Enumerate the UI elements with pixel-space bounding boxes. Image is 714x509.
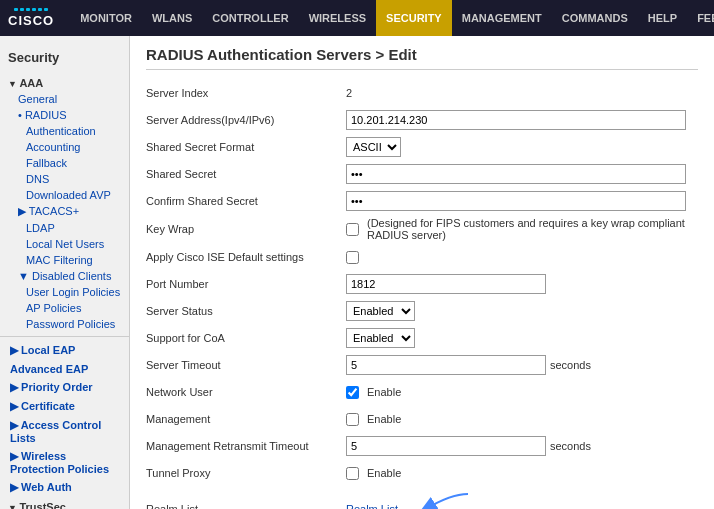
field-management: Management Enable <box>146 408 698 430</box>
label-mgmt-retransmit: Management Retransmit Timeout <box>146 440 346 452</box>
label-shared-secret: Shared Secret <box>146 168 346 180</box>
label-port-number: Port Number <box>146 278 346 290</box>
label-network-user: Network User <box>146 386 346 398</box>
select-support-coa[interactable]: Enabled Disabled <box>346 328 415 348</box>
nav-feedback[interactable]: FEEDBACK <box>687 0 714 36</box>
blue-arrow-annotation <box>408 489 488 509</box>
field-server-status: Server Status Enabled Disabled <box>146 300 698 322</box>
sidebar-item-general[interactable]: General <box>0 91 129 107</box>
input-server-address[interactable] <box>346 110 686 130</box>
sidebar-item-ldap[interactable]: LDAP <box>0 220 129 236</box>
nav-wlans[interactable]: WLANs <box>142 0 202 36</box>
checkbox-key-wrap[interactable] <box>346 223 359 236</box>
field-shared-secret: Shared Secret <box>146 163 698 185</box>
input-confirm-shared-secret[interactable] <box>346 191 686 211</box>
nav-items: MONITOR WLANs CONTROLLER WIRELESS SECURI… <box>70 0 714 36</box>
sidebar-item-advanced-eap[interactable]: Advanced EAP <box>0 360 129 378</box>
value-server-index: 2 <box>346 87 352 99</box>
label-cisco-ise: Apply Cisco ISE Default settings <box>146 251 346 263</box>
sidebar-item-downloaded-avp[interactable]: Downloaded AVP <box>0 187 129 203</box>
label-server-address: Server Address(Ipv4/IPv6) <box>146 114 346 126</box>
field-realm-list: Realm List Realm List <box>146 489 698 509</box>
label-server-index: Server Index <box>146 87 346 99</box>
label-server-timeout: Server Timeout <box>146 359 346 371</box>
select-shared-secret-format[interactable]: ASCII HEX <box>346 137 401 157</box>
label-shared-secret-format: Shared Secret Format <box>146 141 346 153</box>
cisco-wordmark: CISCO <box>8 13 54 28</box>
note-tunnel-proxy: Enable <box>367 467 401 479</box>
cisco-dot-2 <box>20 8 24 11</box>
input-mgmt-retransmit[interactable] <box>346 436 546 456</box>
note-mgmt-retransmit: seconds <box>550 440 591 452</box>
nav-management[interactable]: MANAGEMENT <box>452 0 552 36</box>
main-content: RADIUS Authentication Servers > Edit Ser… <box>130 36 714 509</box>
sidebar-item-user-login[interactable]: User Login Policies <box>0 284 129 300</box>
checkbox-cisco-ise[interactable] <box>346 251 359 264</box>
sidebar-section-aaa[interactable]: AAA <box>0 73 129 91</box>
nav-monitor[interactable]: MONITOR <box>70 0 142 36</box>
nav-help[interactable]: HELP <box>638 0 687 36</box>
sidebar-item-radius[interactable]: • RADIUS <box>0 107 129 123</box>
label-key-wrap: Key Wrap <box>146 223 346 235</box>
nav-controller[interactable]: CONTROLLER <box>202 0 298 36</box>
note-management: Enable <box>367 413 401 425</box>
checkbox-management[interactable] <box>346 413 359 426</box>
layout: Security AAA General • RADIUS Authentica… <box>0 36 714 509</box>
sidebar-title: Security <box>0 44 129 73</box>
field-network-user: Network User Enable <box>146 381 698 403</box>
label-server-status: Server Status <box>146 305 346 317</box>
nav-security[interactable]: SECURITY <box>376 0 452 36</box>
link-realm-list[interactable]: Realm List <box>346 503 398 509</box>
sidebar-item-web-auth[interactable]: ▶ Web Auth <box>0 478 129 497</box>
label-management: Management <box>146 413 346 425</box>
note-network-user: Enable <box>367 386 401 398</box>
field-server-timeout: Server Timeout seconds <box>146 354 698 376</box>
nav-commands[interactable]: COMMANDS <box>552 0 638 36</box>
sidebar-item-dns[interactable]: DNS <box>0 171 129 187</box>
sidebar: Security AAA General • RADIUS Authentica… <box>0 36 130 509</box>
sidebar-item-ap-policies[interactable]: AP Policies <box>0 300 129 316</box>
field-server-index: Server Index 2 <box>146 82 698 104</box>
sidebar-item-certificate[interactable]: ▶ Certificate <box>0 397 129 416</box>
sidebar-item-acl[interactable]: ▶ Access Control Lists <box>0 416 129 447</box>
field-mgmt-retransmit: Management Retransmit Timeout seconds <box>146 435 698 457</box>
note-server-timeout: seconds <box>550 359 591 371</box>
divider-1 <box>0 336 129 337</box>
nav-wireless[interactable]: WIRELESS <box>299 0 376 36</box>
checkbox-network-user[interactable] <box>346 386 359 399</box>
field-shared-secret-format: Shared Secret Format ASCII HEX <box>146 136 698 158</box>
field-tunnel-proxy: Tunnel Proxy Enable <box>146 462 698 484</box>
sidebar-item-accounting[interactable]: Accounting <box>0 139 129 155</box>
field-cisco-ise: Apply Cisco ISE Default settings <box>146 246 698 268</box>
cisco-logo: CISCO <box>8 8 54 28</box>
label-realm-list: Realm List <box>146 503 346 509</box>
input-shared-secret[interactable] <box>346 164 686 184</box>
input-port-number[interactable] <box>346 274 546 294</box>
input-server-timeout[interactable] <box>346 355 546 375</box>
sidebar-item-tacacs[interactable]: ▶ TACACS+ <box>0 203 129 220</box>
sidebar-item-local-net-users[interactable]: Local Net Users <box>0 236 129 252</box>
sidebar-item-password-policies[interactable]: Password Policies <box>0 316 129 332</box>
note-key-wrap: (Designed for FIPS customers and require… <box>367 217 698 241</box>
sidebar-section-trustsec[interactable]: TrustSec <box>0 497 129 509</box>
label-tunnel-proxy: Tunnel Proxy <box>146 467 346 479</box>
sidebar-item-priority-order[interactable]: ▶ Priority Order <box>0 378 129 397</box>
field-support-coa: Support for CoA Enabled Disabled <box>146 327 698 349</box>
field-key-wrap: Key Wrap (Designed for FIPS customers an… <box>146 217 698 241</box>
sidebar-item-authentication[interactable]: Authentication <box>0 123 129 139</box>
sidebar-item-fallback[interactable]: Fallback <box>0 155 129 171</box>
cisco-dot-4 <box>32 8 36 11</box>
field-port-number: Port Number <box>146 273 698 295</box>
select-server-status[interactable]: Enabled Disabled <box>346 301 415 321</box>
cisco-dot-5 <box>38 8 42 11</box>
sidebar-item-mac-filtering[interactable]: MAC Filtering <box>0 252 129 268</box>
label-confirm-shared-secret: Confirm Shared Secret <box>146 195 346 207</box>
top-navigation: CISCO MONITOR WLANs CONTROLLER WIRELESS … <box>0 0 714 36</box>
sidebar-item-wireless-protection[interactable]: ▶ Wireless Protection Policies <box>0 447 129 478</box>
checkbox-tunnel-proxy[interactable] <box>346 467 359 480</box>
sidebar-item-disabled-clients[interactable]: ▼ Disabled Clients <box>0 268 129 284</box>
field-server-address: Server Address(Ipv4/IPv6) <box>146 109 698 131</box>
page-title: RADIUS Authentication Servers > Edit <box>146 46 698 70</box>
cisco-dot-1 <box>14 8 18 11</box>
sidebar-item-local-eap[interactable]: ▶ Local EAP <box>0 341 129 360</box>
